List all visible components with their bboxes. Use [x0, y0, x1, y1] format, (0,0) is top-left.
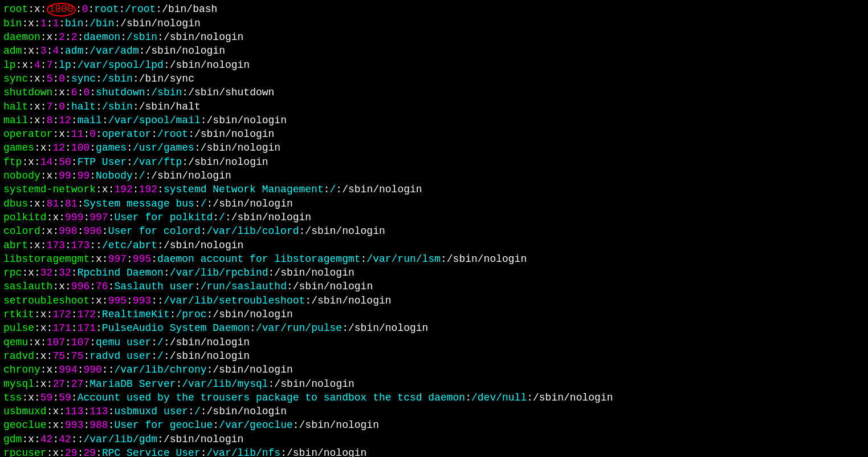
- terminal-line-abrt: abrt:x:173:173::/etc/abrt:/sbin/nologin: [3, 238, 865, 252]
- terminal-line-halt: halt:x:7:0:halt:/sbin:/sbin/halt: [3, 100, 865, 114]
- terminal-line-saslauth: saslauth:x:996:76:Saslauth user:/run/sas…: [3, 280, 865, 293]
- terminal-line-tss: tss:x:59:59:Account used by the trousers…: [3, 391, 865, 405]
- terminal-line-rpcuser: rpcuser:x:29:29:RPC Service User:/var/li…: [3, 446, 865, 457]
- terminal-line-mail: mail:x:8:12:mail:/var/spool/mail:/sbin/n…: [3, 114, 865, 127]
- terminal-line-lp: lp:x:4:7:lp:/var/spool/lpd:/sbin/nologin: [3, 58, 865, 72]
- terminal-line-radvd: radvd:x:75:75:radvd user:/:/sbin/nologin: [3, 349, 865, 363]
- terminal-line-chrony: chrony:x:994:990::/var/lib/chrony:/sbin/…: [3, 363, 865, 377]
- terminal-line-gdm: gdm:x:42:42::/var/lib/gdm:/sbin/nologin: [3, 432, 865, 446]
- terminal-line-ftp: ftp:x:14:50:FTP User:/var/ftp:/sbin/nolo…: [3, 155, 865, 169]
- terminal-line-root: root:x:1000:0:root:/root:/bin/bash: [3, 2, 865, 17]
- terminal-line-usbmuxd: usbmuxd:x:113:113:usbmuxd user:/:/sbin/n…: [3, 405, 865, 418]
- terminal-line-setroubleshoot: setroubleshoot:x:995:993::/var/lib/setro…: [3, 294, 865, 308]
- terminal-line-daemon: daemon:x:2:2:daemon:/sbin:/sbin/nologin: [3, 30, 865, 44]
- terminal-line-rpc: rpc:x:32:32:Rpcbind Daemon:/var/lib/rpcb…: [3, 266, 865, 280]
- terminal-line-sync: sync:x:5:0:sync:/sbin:/bin/sync: [3, 72, 865, 86]
- terminal-output: root:x:1000:0:root:/root:/bin/bashbin:x:…: [3, 2, 865, 457]
- terminal-line-colord: colord:x:998:996:User for colord:/var/li…: [3, 224, 865, 238]
- terminal-line-dbus: dbus:x:81:81:System message bus:/:/sbin/…: [3, 197, 865, 211]
- terminal-line-systemd-network: systemd-network:x:192:192:systemd Networ…: [3, 183, 865, 196]
- terminal-line-nobody: nobody:x:99:99:Nobody:/:/sbin/nologin: [3, 169, 865, 183]
- terminal-line-geoclue: geoclue:x:993:988:User for geoclue:/var/…: [3, 418, 865, 432]
- terminal-line-bin: bin:x:1:1:bin:/bin:/sbin/nologin: [3, 17, 865, 30]
- terminal-line-shutdown: shutdown:x:6:0:shutdown:/sbin:/sbin/shut…: [3, 86, 865, 99]
- terminal-line-games: games:x:12:100:games:/usr/games:/sbin/no…: [3, 141, 865, 155]
- terminal-line-rtkit: rtkit:x:172:172:RealtimeKit:/proc:/sbin/…: [3, 308, 865, 321]
- terminal-line-adm: adm:x:3:4:adm:/var/adm:/sbin/nologin: [3, 44, 865, 58]
- terminal-line-pulse: pulse:x:171:171:PulseAudio System Daemon…: [3, 321, 865, 335]
- terminal-line-libstoragemgmt: libstoragemgmt:x:997:995:daemon account …: [3, 252, 865, 266]
- terminal-line-qemu: qemu:x:107:107:qemu user:/:/sbin/nologin: [3, 335, 865, 349]
- terminal-line-polkitd: polkitd:x:999:997:User for polkitd:/:/sb…: [3, 211, 865, 224]
- terminal-line-mysql: mysql:x:27:27:MariaDB Server:/var/lib/my…: [3, 377, 865, 391]
- terminal-line-operator: operator:x:11:0:operator:/root:/sbin/nol…: [3, 127, 865, 141]
